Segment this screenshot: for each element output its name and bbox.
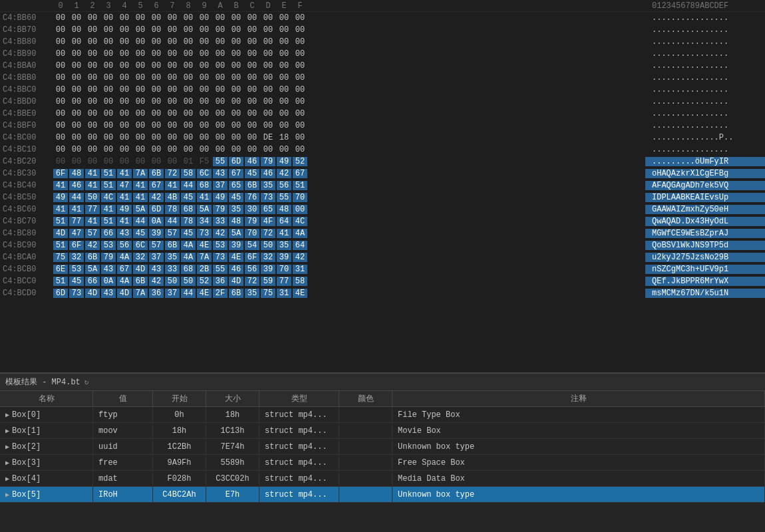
hex-address: C4:BC60 (0, 205, 53, 214)
hex-ascii: msMCMz67DN/k5u1N (645, 289, 765, 298)
hex-byte: 00 (181, 121, 196, 130)
hex-byte: 5A (85, 265, 100, 274)
hex-byte: 51 (101, 169, 116, 178)
expand-arrow-icon[interactable]: ▶ (5, 459, 9, 467)
hex-byte: 00 (293, 133, 307, 142)
hex-ascii: QEf.JkBPPR6MrYwX (645, 277, 765, 286)
col-size: 1C13h (206, 423, 259, 438)
hex-byte: 00 (197, 13, 212, 23)
col-type: struct mp4... (259, 423, 339, 438)
hex-byte: 72 (261, 229, 275, 238)
hex-byte: 4D (117, 289, 132, 298)
hex-row[interactable]: C4:BC90516F4253566C576B4A4E533954503564Q… (0, 239, 765, 251)
hex-ascii: ................ (645, 85, 765, 94)
hex-byte: 00 (101, 73, 116, 82)
expand-arrow-icon[interactable]: ▶ (5, 443, 9, 451)
table-row[interactable]: ▶ Box[1]moov18h1C13hstruct mp4...Movie B… (0, 423, 765, 439)
hex-row[interactable]: C4:BBC000000000000000000000000000000000.… (0, 84, 765, 96)
col-type: struct mp4... (259, 471, 339, 486)
hex-row[interactable]: C4:BC0000000000000000000000000000DE1800.… (0, 132, 765, 144)
col-name: ▶ Box[3] (0, 455, 93, 470)
hex-address: C4:BB90 (0, 49, 53, 59)
hex-byte: 50 (261, 241, 275, 250)
hex-row[interactable]: C4:BC705177415141440A4478343348794F644CQ… (0, 215, 765, 227)
hex-byte: 00 (277, 109, 291, 118)
hex-byte: 00 (149, 121, 164, 130)
hex-row[interactable]: C4:BCC05145660A4A6B42505052364D72597758Q… (0, 275, 765, 287)
expand-arrow-icon[interactable]: ▶ (5, 475, 9, 483)
hex-row[interactable]: C4:BC1000000000000000000000000000000000.… (0, 144, 765, 156)
expand-arrow-icon[interactable]: ▶ (5, 427, 9, 435)
hex-byte: 00 (277, 61, 291, 70)
hex-byte: 48 (277, 205, 291, 214)
hex-byte: 00 (117, 97, 132, 106)
expand-arrow-icon[interactable]: ▶ (5, 411, 9, 419)
hex-bytes: 6F484151417A6B72586C436745464267 (53, 169, 645, 178)
hex-row[interactable]: C4:BC20000000000000000001F5556D46794952.… (0, 156, 765, 168)
hex-row[interactable]: C4:BCA075326B794A3237354A7A734E6F323942u… (0, 251, 765, 263)
hex-byte: 45 (245, 169, 259, 178)
hex-row[interactable]: C4:BBD000000000000000000000000000000000.… (0, 96, 765, 108)
expand-arrow-icon[interactable]: ▶ (5, 491, 9, 499)
hex-byte: 00 (197, 37, 212, 47)
hex-byte: 67 (229, 169, 243, 178)
hex-byte: 44 (181, 181, 196, 190)
hex-byte: 00 (149, 157, 164, 166)
hex-byte: 00 (85, 25, 100, 35)
table-row[interactable]: ▶ Box[4]mdatF028hC3CC02hstruct mp4...Med… (0, 471, 765, 487)
hex-byte: 00 (245, 25, 259, 35)
hex-byte: 00 (101, 37, 116, 47)
hex-row[interactable]: C4:BB7000000000000000000000000000000000.… (0, 24, 765, 36)
hex-byte: 39 (149, 229, 164, 238)
hex-byte: 00 (101, 109, 116, 118)
hex-ascii: oHAQAzkrXlCgEFBg (645, 169, 765, 178)
hex-row[interactable]: C4:BBA000000000000000000000000000000000.… (0, 60, 765, 72)
hex-byte: 46 (245, 157, 259, 166)
refresh-icon[interactable]: ↻ (84, 378, 89, 386)
hex-byte: 6E (53, 265, 68, 274)
hex-byte: 00 (181, 145, 196, 154)
hex-row[interactable]: C4:BC804D475766434539574573425A7072414AM… (0, 227, 765, 239)
hex-row[interactable]: C4:BC504944504C4141424B4541494576735570I… (0, 192, 765, 203)
hex-byte: 00 (117, 85, 132, 94)
hex-bytes: 5177415141440A4478343348794F644C (53, 217, 645, 226)
hex-ascii: ................ (645, 109, 765, 118)
hex-row[interactable]: C4:BC404146415147416741446837656B355651A… (0, 180, 765, 192)
hex-row[interactable]: C4:BCD06D734D434D7A3637444E2F6B3575314Em… (0, 287, 765, 299)
hex-byte: 00 (213, 49, 228, 59)
hex-byte: 77 (85, 205, 100, 214)
hex-row[interactable]: C4:BBF000000000000000000000000000000000.… (0, 120, 765, 132)
hex-byte: 75 (53, 253, 68, 262)
hex-bytes: 000000000000000001F5556D46794952 (53, 157, 645, 166)
hex-address: C4:BCA0 (0, 253, 53, 262)
hex-bytes: 00000000000000000000000000000000 (53, 49, 645, 59)
hex-row[interactable]: C4:BB9000000000000000000000000000000000.… (0, 48, 765, 60)
hex-byte: 00 (293, 121, 307, 130)
hex-byte: 00 (165, 37, 180, 47)
hex-row[interactable]: C4:BCB06E535A43674D4333682B554656397031n… (0, 263, 765, 275)
table-row[interactable]: ▶ Box[3]free9A9Fh5589hstruct mp4...Free … (0, 455, 765, 471)
hex-byte: 6F (245, 253, 259, 262)
hex-byte: 00 (165, 85, 180, 94)
hex-byte: 6B (133, 277, 148, 286)
hex-byte: 00 (53, 49, 68, 59)
hex-byte: 00 (181, 133, 196, 142)
hex-byte: 00 (213, 25, 228, 35)
hex-byte: 51 (101, 181, 116, 190)
hex-row[interactable]: C4:BC6041417741495A6D78685A793530654800G… (0, 203, 765, 215)
col-type: struct mp4... (259, 439, 339, 454)
hex-row[interactable]: C4:BB8000000000000000000000000000000000.… (0, 36, 765, 48)
hex-row[interactable]: C4:BBE000000000000000000000000000000000.… (0, 108, 765, 120)
table-row[interactable]: ▶ Box[5]IRoHC4BC2AhE7hstruct mp4...Unkno… (0, 487, 765, 503)
hex-byte: 44 (181, 289, 196, 298)
hex-byte: 6F (53, 169, 68, 178)
hex-byte: 00 (69, 25, 84, 35)
hex-row[interactable]: C4:BC306F484151417A6B72586C436745464267o… (0, 168, 765, 180)
table-row[interactable]: ▶ Box[2]uuid1C2Bh7E74hstruct mp4...Unkno… (0, 439, 765, 455)
hex-row[interactable]: C4:BB6000000000000000000000000000000000.… (0, 12, 765, 24)
hex-byte: 00 (261, 13, 275, 23)
table-row[interactable]: ▶ Box[0]ftyp0h18hstruct mp4...File Type … (0, 407, 765, 423)
hex-row[interactable]: C4:BBB000000000000000000000000000000000.… (0, 72, 765, 84)
panel-title-text: 模板结果 - MP4.bt (5, 376, 80, 388)
hex-bytes: 516F4253566C576B4A4E533954503564 (53, 241, 645, 250)
